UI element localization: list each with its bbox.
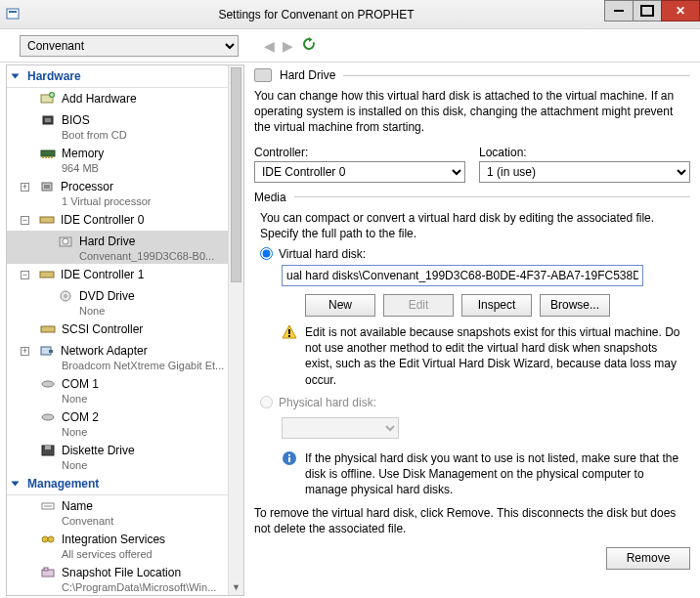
svg-rect-7 [42,156,44,158]
tree-scsi[interactable]: SCSI Controller [7,319,243,340]
svg-point-15 [63,238,68,244]
inspect-button[interactable]: Inspect [461,294,532,317]
detail-heading-row: Hard Drive [254,68,690,82]
tree-integration[interactable]: Integration Services All services offere… [7,529,243,562]
svg-rect-19 [41,326,55,332]
media-heading-row: Media [254,191,690,204]
edit-button: Edit [383,294,454,317]
nav-back-icon[interactable]: ◀ [264,38,275,54]
collapse-icon[interactable]: − [21,216,29,225]
tree-com1-sub: None [40,393,240,405]
titlebar: Settings for Convenant on PROPHET [0,0,700,29]
svg-rect-1 [9,11,17,13]
tree-diskette[interactable]: Diskette Drive None [7,440,243,473]
tree-bios-sub: Boot from CD [40,129,240,141]
tree-add-hardware[interactable]: Add Hardware [7,88,243,109]
tree-dvd[interactable]: DVD Drive None [7,285,243,319]
collapse-icon[interactable]: − [21,271,29,279]
controller-select[interactable]: IDE Controller 0 [254,161,465,183]
dvd-icon [58,289,73,303]
svg-rect-21 [49,350,53,353]
svg-rect-34 [288,329,290,334]
tree-smart-paging[interactable]: Smart Paging File Location C:\ProgramDat… [7,595,243,596]
tree-hard-drive[interactable]: Hard Drive Convenant_199D3C68-B0... [7,231,243,264]
tree-snapshot-sub: C:\ProgramData\Microsoft\Win... [40,581,240,593]
vhd-radio[interactable] [260,247,273,260]
com-icon [40,410,56,424]
tree-com2[interactable]: COM 2 None [7,406,243,440]
svg-rect-0 [7,9,19,19]
toolbar: Convenant ◀ ▶ [0,29,700,63]
close-button[interactable] [661,0,700,21]
tree-bios[interactable]: BIOS Boot from CD [7,109,243,143]
cpu-icon [39,180,55,193]
tree-dvd-sub: None [58,305,240,317]
location-label: Location: [479,146,690,159]
vhd-path-input[interactable] [282,265,643,286]
tree-memory[interactable]: Memory 964 MB [7,143,243,176]
tree-nic[interactable]: +Network Adapter Broadcom NetXtreme Giga… [7,340,243,373]
section-hardware[interactable]: Hardware [7,65,243,88]
com-icon [40,377,56,391]
scsi-icon [40,322,56,336]
physical-label: Physical hard disk: [279,396,376,409]
refresh-icon[interactable] [301,36,317,55]
media-heading: Media [254,191,286,204]
settings-detail: Hard Drive You can change how this virtu… [248,63,700,598]
vhd-label: Virtual hard disk: [279,247,366,261]
svg-rect-30 [44,568,48,571]
tree-name-sub: Convenant [40,515,240,527]
controller-icon [39,268,55,281]
svg-rect-8 [45,156,47,158]
divider [294,196,690,197]
tree-scrollbar[interactable]: ▲ ▼ [228,65,243,595]
nic-icon [39,344,55,358]
scroll-down-icon[interactable]: ▼ [229,579,243,595]
expand-icon[interactable]: + [21,347,29,356]
expand-icon[interactable]: + [21,183,29,192]
tree-processor[interactable]: +Processor 1 Virtual processor [7,176,243,209]
scroll-thumb[interactable] [231,67,241,282]
detail-heading: Hard Drive [280,68,335,82]
divider [343,75,690,76]
svg-point-28 [48,536,54,542]
svg-rect-37 [288,457,290,462]
tree-ide1[interactable]: −IDE Controller 1 [7,264,243,285]
browse-button[interactable]: Browse... [540,294,610,317]
vm-selector[interactable]: Convenant [20,35,239,57]
svg-rect-12 [44,185,50,189]
new-button[interactable]: New [305,294,375,317]
svg-rect-5 [45,118,51,122]
svg-point-23 [42,414,54,420]
snapshot-icon [40,566,56,579]
nav-forward-icon[interactable]: ▶ [283,38,293,54]
tree-com1[interactable]: COM 1 None [7,373,243,406]
warning-icon [282,324,297,388]
location-select[interactable]: 1 (in use) [479,161,690,183]
info-text: If the physical hard disk you want to us… [305,450,684,498]
tree-snapshot-location[interactable]: Snapshot File Location C:\ProgramData\Mi… [7,562,243,595]
svg-rect-10 [51,156,53,158]
svg-rect-9 [48,156,50,158]
section-management[interactable]: Management [7,473,243,495]
tree-name[interactable]: Name Convenant [7,495,243,529]
remove-button[interactable]: Remove [606,547,690,570]
tree-memory-sub: 964 MB [40,162,240,174]
tree-ide0[interactable]: −IDE Controller 0 [7,209,243,231]
tree-diskette-sub: None [40,459,240,471]
minimize-button[interactable] [604,0,634,21]
svg-rect-16 [40,272,54,278]
remove-description: To remove the virtual hard disk, click R… [254,505,690,536]
maximize-button[interactable] [633,0,662,21]
tree-processor-sub: 1 Virtual processor [40,195,240,207]
settings-tree: Hardware Add Hardware BIOS Boot from CD … [6,64,244,596]
svg-rect-38 [288,454,290,456]
add-hardware-icon [40,92,56,106]
controller-label: Controller: [254,146,465,159]
integration-icon [40,533,56,546]
svg-point-27 [42,536,48,542]
app-icon [6,7,22,22]
window-buttons [605,0,700,28]
controller-icon [39,213,55,227]
svg-rect-25 [45,446,51,449]
